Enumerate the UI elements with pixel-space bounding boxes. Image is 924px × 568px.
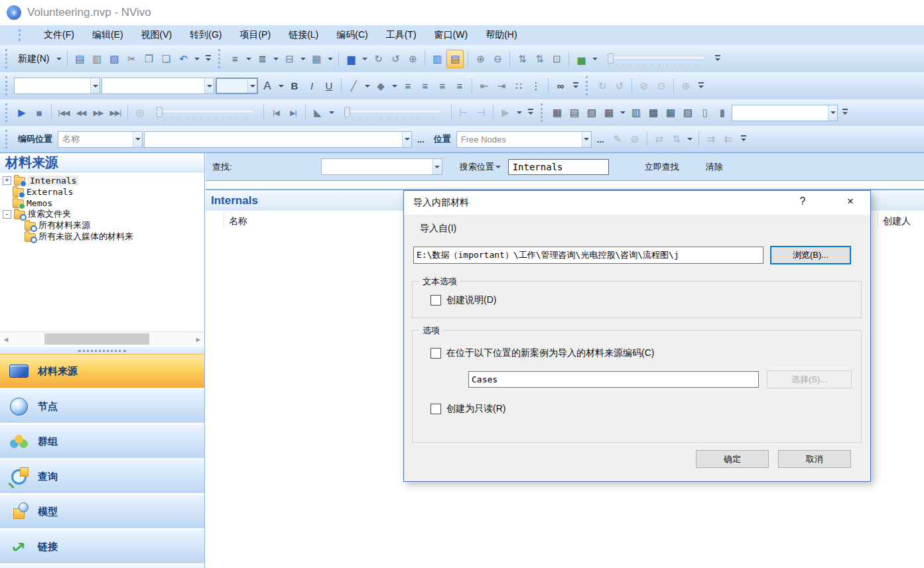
- coding-target-combo[interactable]: [144, 131, 412, 148]
- expand-icon[interactable]: +: [3, 176, 11, 185]
- zoom-slider-thumb[interactable]: [608, 53, 614, 64]
- autocode-icon[interactable]: ⇉: [703, 131, 719, 148]
- proofing-icon-1[interactable]: ↻: [594, 78, 610, 95]
- toolbar-overflow-button[interactable]: [840, 104, 850, 121]
- menu-code[interactable]: 编码(C): [336, 29, 367, 41]
- detail-view-dropdown-arrow[interactable]: [271, 50, 280, 68]
- tree-item-externals[interactable]: Externals: [0, 186, 204, 197]
- font-name-dropdown-arrow[interactable]: [90, 78, 99, 93]
- table-autofit-icon[interactable]: ▧: [584, 104, 600, 121]
- row-view-dropdown-arrow[interactable]: [298, 50, 307, 68]
- code-in-vivo-icon[interactable]: ⇄: [651, 131, 667, 148]
- play-selection-icon[interactable]: ▶: [497, 104, 513, 121]
- toolbar-overflow-button[interactable]: [526, 104, 535, 121]
- code-spread-icon[interactable]: ⇅: [669, 131, 685, 148]
- save-icon[interactable]: ▤: [72, 50, 88, 68]
- uncode-range-icon[interactable]: ⇇: [720, 131, 736, 148]
- fill-color-dropdown-arrow[interactable]: [390, 78, 399, 95]
- font-style-combo[interactable]: [101, 78, 214, 94]
- table-row-icon[interactable]: ▦: [663, 104, 679, 121]
- coding-target-dropdown-arrow[interactable]: [402, 132, 411, 147]
- delete-column-icon[interactable]: ▮: [714, 104, 730, 121]
- search-in-dropdown-arrow[interactable]: [494, 158, 503, 176]
- chart-dropdown-arrow[interactable]: [590, 50, 599, 68]
- zoom-in-icon[interactable]: ⊕: [472, 50, 488, 68]
- coding-location-dropdown-arrow[interactable]: [582, 132, 591, 147]
- zoom-slider[interactable]: [606, 52, 705, 66]
- detail-pane-icon[interactable]: ▤: [446, 50, 464, 68]
- clip-start-icon[interactable]: ⊢: [456, 104, 472, 121]
- numbered-list-icon[interactable]: ⋮: [528, 78, 544, 95]
- print-preview-icon[interactable]: ▧: [106, 50, 122, 68]
- proofing-icon-5[interactable]: ⊛: [678, 78, 694, 95]
- nav-item-links[interactable]: ↪ 链接: [0, 530, 204, 563]
- tree-item-search-folders[interactable]: - 搜索文件夹: [0, 209, 204, 219]
- tree-item-all-sources[interactable]: 所有材料来源: [0, 220, 204, 231]
- zoom-out-icon[interactable]: ⊖: [490, 50, 505, 68]
- toolbar-grip[interactable]: [586, 76, 590, 95]
- coding-name-dropdown-arrow[interactable]: [133, 132, 142, 147]
- uncode-icon[interactable]: ⊘: [627, 131, 643, 148]
- collapse-icon[interactable]: -: [3, 210, 11, 219]
- toolbar-grip[interactable]: [5, 130, 10, 148]
- menu-goto[interactable]: 转到(G): [190, 29, 222, 41]
- toolbar-overflow-button[interactable]: [713, 50, 722, 68]
- list-view-icon[interactable]: ≡: [227, 50, 243, 68]
- chart-view-icon[interactable]: ▆: [343, 50, 359, 68]
- play-selection-dropdown-arrow[interactable]: [515, 104, 523, 121]
- import-path-input[interactable]: [413, 247, 763, 264]
- coding-browse-button[interactable]: ...: [413, 135, 429, 144]
- nav-item-queries[interactable]: 查询: [0, 459, 204, 493]
- column-header-name[interactable]: 名称: [229, 215, 247, 227]
- media-position-thumb[interactable]: [157, 107, 163, 117]
- navigation-pane-icon[interactable]: ▥: [429, 50, 445, 68]
- undo-dropdown-arrow[interactable]: [192, 50, 201, 68]
- cut-icon[interactable]: ✂: [123, 50, 139, 68]
- media-position-slider[interactable]: [155, 105, 254, 120]
- align-right-icon[interactable]: ≡: [434, 78, 450, 95]
- menu-tools[interactable]: 工具(T): [386, 29, 417, 41]
- font-color-dropdown-arrow[interactable]: [277, 78, 285, 95]
- grid-view-icon[interactable]: ▦: [308, 50, 324, 68]
- browse-button[interactable]: 浏览(B)...: [770, 246, 851, 264]
- web-icon[interactable]: ⊕: [405, 50, 421, 68]
- tree-item-internals[interactable]: + Internals: [0, 175, 204, 186]
- undo-icon[interactable]: ↶: [175, 50, 191, 68]
- underline-icon[interactable]: U: [321, 78, 337, 95]
- filter-icon[interactable]: ⇅: [531, 50, 547, 68]
- dialog-close-icon[interactable]: ×: [840, 195, 860, 208]
- clip-end-icon[interactable]: ⊣: [473, 104, 489, 121]
- tree-horizontal-scrollbar[interactable]: ◄ ►: [0, 331, 204, 347]
- nav-item-partial[interactable]: [0, 565, 204, 568]
- toolbar-grip[interactable]: [5, 76, 10, 95]
- scrollbar-thumb[interactable]: [44, 333, 149, 345]
- search-in-control[interactable]: 搜索位置: [460, 158, 503, 176]
- indent-icon[interactable]: ⇥: [494, 78, 509, 95]
- toolbar-grip[interactable]: [5, 103, 10, 122]
- rewind-icon[interactable]: ◀◀: [73, 104, 89, 121]
- create-descriptions-checkbox[interactable]: 创建说明(D): [430, 294, 496, 306]
- cancel-button[interactable]: 取消: [778, 450, 851, 468]
- proofing-icon-3[interactable]: ⊘: [636, 78, 652, 95]
- table-column-icon[interactable]: ▨: [680, 104, 696, 121]
- align-justify-icon[interactable]: ≡: [452, 78, 468, 95]
- refresh-icon[interactable]: ↻: [370, 50, 386, 68]
- print-icon[interactable]: ▥: [89, 50, 105, 68]
- nav-item-collections[interactable]: 群组: [0, 424, 204, 458]
- find-text-dropdown-arrow[interactable]: [432, 159, 442, 174]
- menu-edit[interactable]: 编辑(E): [92, 29, 123, 41]
- code-spread-dropdown-arrow[interactable]: [686, 131, 694, 148]
- fill-color-icon[interactable]: ◆: [373, 78, 389, 95]
- scroll-left-icon[interactable]: ◄: [0, 335, 12, 343]
- stop-icon[interactable]: ■: [31, 104, 47, 121]
- volume-dropdown-arrow[interactable]: [327, 104, 336, 121]
- fast-forward-icon[interactable]: ▶▶: [90, 104, 106, 121]
- line-color-icon[interactable]: ╱: [346, 78, 362, 95]
- menu-file[interactable]: 文件(F): [44, 29, 74, 41]
- find-binoculars-icon[interactable]: ∞: [553, 78, 568, 95]
- menu-view[interactable]: 视图(V): [141, 29, 172, 41]
- proofing-icon-2[interactable]: ↺: [612, 78, 627, 95]
- proofing-icon-4[interactable]: ⊙: [653, 78, 669, 95]
- toolbar-overflow-button[interactable]: [696, 78, 706, 95]
- align-left-icon[interactable]: ≡: [400, 78, 416, 95]
